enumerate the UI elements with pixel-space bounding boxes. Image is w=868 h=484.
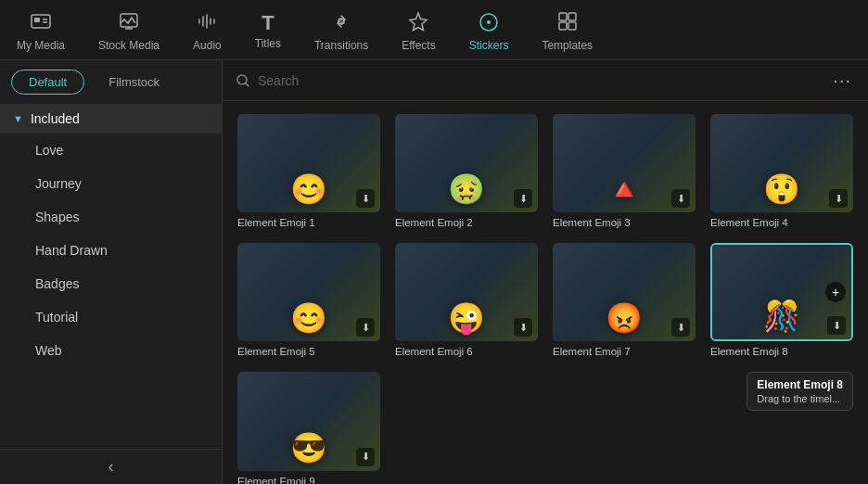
sticker-label-2: Element Emoji 2 bbox=[395, 217, 473, 228]
sidebar-item-badges[interactable]: Badges bbox=[0, 267, 222, 300]
my-media-icon bbox=[30, 11, 52, 35]
sidebar-collapse-button[interactable]: ‹ bbox=[0, 449, 222, 484]
effects-icon bbox=[408, 11, 428, 35]
sticker-label-9: Element Emoji 9 bbox=[237, 476, 315, 484]
sticker-thumb-4: 😲 ⬇ bbox=[710, 114, 853, 212]
search-wrapper bbox=[236, 73, 822, 88]
sticker-label-7: Element Emoji 7 bbox=[553, 346, 631, 357]
nav-effects[interactable]: Effects bbox=[385, 7, 452, 56]
sticker-thumb-2: 🤢 ⬇ bbox=[395, 114, 538, 212]
sticker-thumb-9: 😎 ⬇ bbox=[237, 372, 380, 470]
sticker-item-4[interactable]: 😲 ⬇ Element Emoji 4 bbox=[710, 114, 853, 228]
nav-audio[interactable]: Audio bbox=[176, 7, 238, 56]
sticker-thumb-8: 🎊 ⬇ + bbox=[710, 243, 853, 341]
sticker-thumb-1: 😊 ⬇ bbox=[237, 114, 380, 212]
content-area: ··· 😊 ⬇ Element Emoji 1 🤢 ⬇ Element Emoj… bbox=[223, 60, 868, 484]
download-icon-1[interactable]: ⬇ bbox=[356, 189, 375, 208]
sticker-bg-5: 😊 ⬇ bbox=[237, 243, 380, 341]
sticker-label-1: Element Emoji 1 bbox=[237, 217, 315, 228]
nav-titles[interactable]: T Titles bbox=[238, 9, 298, 54]
svg-line-15 bbox=[246, 83, 249, 86]
add-icon-8[interactable]: + bbox=[825, 282, 846, 302]
download-icon-7[interactable]: ⬇ bbox=[671, 318, 690, 337]
download-icon-2[interactable]: ⬇ bbox=[514, 189, 532, 208]
sticker-tooltip-8: Element Emoji 8 Drag to the timel... bbox=[747, 372, 853, 411]
nav-my-media[interactable]: My Media bbox=[0, 7, 82, 56]
nav-stock-media[interactable]: Stock Media bbox=[82, 7, 176, 56]
sticker-item-3[interactable]: 🔺 ⬇ Element Emoji 3 bbox=[553, 114, 696, 228]
audio-label: Audio bbox=[193, 39, 222, 52]
sticker-bg-1: 😊 ⬇ bbox=[237, 114, 380, 212]
tab-default[interactable]: Default bbox=[11, 70, 84, 95]
download-icon-9[interactable]: ⬇ bbox=[356, 448, 375, 466]
download-icon-6[interactable]: ⬇ bbox=[514, 318, 532, 337]
nav-templates[interactable]: Templates bbox=[525, 7, 609, 56]
effects-label: Effects bbox=[402, 39, 435, 52]
svg-marker-8 bbox=[410, 13, 427, 31]
sticker-label-5: Element Emoji 5 bbox=[237, 346, 315, 357]
sidebar-item-journey[interactable]: Journey bbox=[0, 167, 222, 200]
audio-icon bbox=[197, 11, 217, 35]
transitions-icon bbox=[330, 11, 352, 35]
sticker-emoji-2: 🤢 bbox=[448, 172, 485, 207]
sidebar-item-web[interactable]: Web bbox=[0, 334, 222, 367]
sticker-thumb-7: 😡 ⬇ bbox=[553, 243, 696, 341]
svg-rect-13 bbox=[568, 22, 576, 30]
search-bar: ··· bbox=[223, 60, 868, 101]
download-icon-8[interactable]: ⬇ bbox=[827, 316, 846, 335]
sticker-label-4: Element Emoji 4 bbox=[710, 217, 788, 228]
sticker-emoji-7: 😡 bbox=[606, 300, 643, 336]
svg-rect-10 bbox=[559, 13, 567, 20]
titles-label: Titles bbox=[255, 37, 281, 50]
tab-filmstock[interactable]: Filmstock bbox=[92, 70, 176, 95]
templates-icon bbox=[557, 11, 578, 35]
sticker-emoji-6: 😜 bbox=[448, 300, 485, 336]
sticker-bg-2: 🤢 ⬇ bbox=[395, 114, 538, 212]
sticker-item-7[interactable]: 😡 ⬇ Element Emoji 7 bbox=[553, 243, 696, 357]
search-icon bbox=[236, 73, 250, 88]
sticker-thumb-5: 😊 ⬇ bbox=[237, 243, 380, 341]
sticker-emoji-9: 😎 bbox=[290, 430, 327, 465]
nav-stickers[interactable]: Stickers bbox=[453, 7, 526, 56]
sidebar-item-shapes[interactable]: Shapes bbox=[0, 200, 222, 234]
sticker-item-5[interactable]: 😊 ⬇ Element Emoji 5 bbox=[237, 243, 380, 357]
download-icon-3[interactable]: ⬇ bbox=[671, 189, 690, 208]
sticker-thumb-3: 🔺 ⬇ bbox=[553, 114, 696, 212]
download-icon-4[interactable]: ⬇ bbox=[829, 189, 848, 208]
stock-media-label: Stock Media bbox=[98, 39, 160, 52]
sidebar-item-tutorial[interactable]: Tutorial bbox=[0, 300, 222, 334]
stickers-label: Stickers bbox=[469, 39, 509, 52]
sticker-bg-6: 😜 ⬇ bbox=[395, 243, 538, 341]
svg-rect-11 bbox=[568, 13, 576, 20]
sticker-emoji-4: 😲 bbox=[763, 172, 800, 207]
nav-transitions[interactable]: Transitions bbox=[298, 7, 385, 56]
section-arrow: ▼ bbox=[13, 113, 23, 124]
my-media-label: My Media bbox=[17, 39, 65, 52]
sticker-item-6[interactable]: 😜 ⬇ Element Emoji 6 bbox=[395, 243, 538, 357]
stickers-grid: 😊 ⬇ Element Emoji 1 🤢 ⬇ Element Emoji 2 … bbox=[223, 101, 868, 484]
sticker-item-9[interactable]: 😎 ⬇ Element Emoji 9 bbox=[237, 372, 380, 484]
sidebar-section-included[interactable]: ▼ Included bbox=[0, 104, 222, 134]
search-input[interactable] bbox=[258, 73, 822, 88]
sidebar: Default Filmstock ▼ Included Love Journe… bbox=[0, 60, 223, 484]
sidebar-item-hand-drawn[interactable]: Hand Drawn bbox=[0, 234, 222, 267]
sticker-label-8: Element Emoji 8 bbox=[710, 346, 788, 357]
svg-rect-1 bbox=[34, 18, 40, 22]
svg-point-9 bbox=[487, 20, 491, 24]
sticker-bg-4: 😲 ⬇ bbox=[710, 114, 853, 212]
sidebar-item-love[interactable]: Love bbox=[0, 134, 222, 167]
sticker-emoji-1: 😊 bbox=[290, 172, 327, 207]
section-label: Included bbox=[31, 111, 80, 126]
sticker-item-2[interactable]: 🤢 ⬇ Element Emoji 2 bbox=[395, 114, 538, 228]
sticker-item-8[interactable]: 🎊 ⬇ + Element Emoji 8 Element Emoji 8 Dr… bbox=[710, 243, 853, 357]
sticker-item-1[interactable]: 😊 ⬇ Element Emoji 1 bbox=[237, 114, 380, 228]
sticker-bg-8: 🎊 ⬇ + bbox=[712, 245, 851, 339]
sticker-emoji-8: 🎊 bbox=[763, 299, 800, 334]
sticker-label-6: Element Emoji 6 bbox=[395, 346, 473, 357]
main-area: Default Filmstock ▼ Included Love Journe… bbox=[0, 60, 868, 484]
more-options-button[interactable]: ··· bbox=[829, 70, 855, 91]
download-icon-5[interactable]: ⬇ bbox=[356, 318, 375, 337]
sticker-label-3: Element Emoji 3 bbox=[553, 217, 631, 228]
stock-media-icon bbox=[118, 11, 140, 35]
sticker-bg-7: 😡 ⬇ bbox=[553, 243, 696, 341]
